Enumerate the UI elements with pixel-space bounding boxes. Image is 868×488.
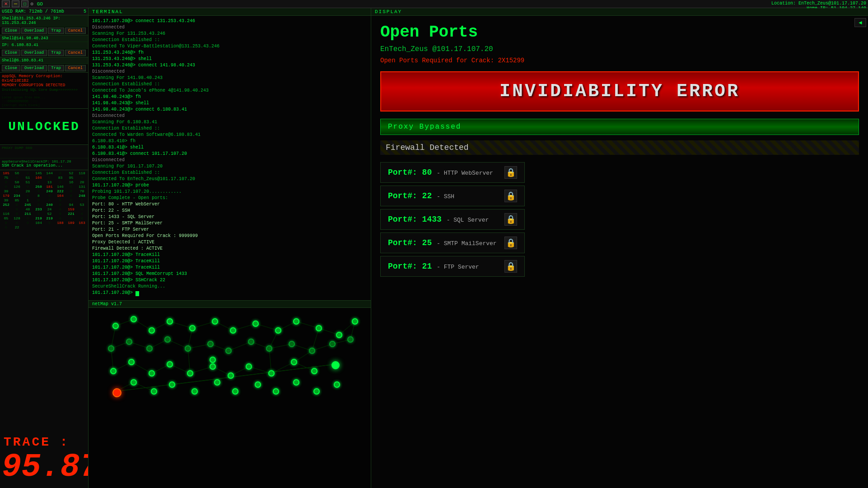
network-node	[329, 341, 336, 347]
settings-icon[interactable]: ⚙	[30, 1, 33, 7]
terminal-prompt-line[interactable]: 101.17.107.20@>	[92, 290, 367, 296]
trap-btn-3[interactable]: Trap	[48, 65, 64, 71]
network-node	[230, 327, 236, 334]
port-row[interactable]: Port#: 21 - FTP Server 🔒	[380, 256, 525, 277]
overload-btn-3[interactable]: Overload	[21, 65, 47, 71]
matrix-cell: 164	[55, 194, 65, 198]
network-node	[110, 368, 117, 374]
cancel-btn-3[interactable]: Cancel	[65, 65, 86, 71]
matrix-cell: 0	[33, 198, 44, 202]
proxy-dump: PROXY DUMP 600	[0, 145, 88, 158]
matrix-cell: 166	[33, 176, 44, 180]
matrix-cell: 8	[33, 194, 44, 198]
port-row[interactable]: Port#: 25 - SMTP MailServer 🔒	[380, 232, 525, 253]
overload-btn-2[interactable]: Overload	[21, 50, 47, 56]
memory-section: appSQL Memory Corruption: 0x1AE18E1B2 ME…	[0, 73, 88, 109]
matrix-cell: 39	[1, 189, 11, 193]
matrix-cell: 16	[66, 180, 76, 184]
matrix-cell: 28	[23, 189, 33, 193]
cancel-btn-1[interactable]: Cancel	[65, 28, 86, 34]
network-node	[207, 341, 214, 347]
network-node	[252, 321, 259, 327]
close-btn-3[interactable]: Close	[2, 65, 20, 71]
matrix-cell: 0	[23, 216, 33, 220]
port-row[interactable]: Port#: 22 - SSH 🔒	[380, 186, 525, 206]
terminal-line: Port: 1433 - SQL Server	[92, 214, 367, 220]
matrix-cell: 146	[55, 185, 65, 189]
network-node	[167, 318, 173, 325]
shell-buttons-3: Close Overload Trap Cancel	[0, 64, 88, 73]
terminal-line: Port: 22 - SSH	[92, 208, 367, 214]
invidiability-text: INVIDIABILITY ERROR	[390, 81, 849, 102]
terminal-line: Disconnected	[92, 24, 367, 31]
terminal-line: Connection Established ::	[92, 37, 367, 43]
matrix-cell: 0	[44, 194, 55, 198]
entech-user: EnTech_Zeus @101.17.107.20	[380, 45, 859, 53]
display-header: DISPLAY	[371, 8, 868, 16]
matrix-cell: 181	[44, 185, 55, 189]
ssh-crack-section: appSecureShellCrackIP: 101.17.20 SSH Cra…	[0, 158, 88, 170]
matrix-cell: 13	[44, 180, 55, 184]
matrix-cell: 0	[77, 207, 87, 211]
matrix-cell: 53	[77, 203, 87, 207]
network-node	[108, 345, 114, 352]
port-row[interactable]: Port#: 1433 - SQL Server 🔒	[380, 209, 525, 230]
terminal-line: Disconnected	[92, 113, 367, 119]
maximize-btn[interactable]: □	[21, 0, 28, 7]
terminal-line: 131.253.43.246@> fh	[92, 50, 367, 56]
network-node	[347, 336, 354, 343]
terminal-line: 141.98.40.243@> connect 6.180.83.41	[92, 107, 367, 113]
unlocked-section: UNLOCKED	[0, 109, 88, 145]
network-node	[266, 345, 272, 352]
matrix-cell: 188	[55, 221, 65, 225]
display-content: Open Ports EnTech_Zeus @101.17.107.20 Op…	[371, 16, 868, 287]
matrix-cell: 233	[33, 207, 44, 211]
matrix-cell: 50	[12, 180, 22, 184]
terminal-line: 101.17.107.20@> TraceKill	[92, 252, 367, 258]
trace-value: 95.87	[0, 451, 89, 483]
terminal-line: Scanning For 131.253.43.246	[92, 31, 367, 37]
matrix-cell: 0	[55, 212, 65, 216]
terminal-line: Disconnected	[92, 69, 367, 75]
port-row[interactable]: Port#: 80 - HTTP WebServer 🔒	[380, 162, 525, 183]
close-btn-1[interactable]: Close	[2, 28, 20, 34]
matrix-cell: 0	[77, 176, 87, 180]
svg-line-41	[269, 349, 271, 373]
matrix-cell: 131	[77, 185, 87, 189]
matrix-cell: 0	[55, 207, 65, 211]
matrix-cell: 0	[55, 171, 65, 175]
matrix-cell: 65	[1, 216, 11, 220]
close-window-btn[interactable]: ✕	[2, 0, 10, 7]
matrix-cell: 0	[77, 212, 87, 216]
trap-btn-2[interactable]: Trap	[48, 50, 64, 56]
network-node	[352, 318, 358, 325]
matrix-cell: 145	[33, 171, 44, 175]
matrix-cell: 126	[12, 185, 22, 189]
terminal-content[interactable]: > connect 51.104.27.140DisconnectedScann…	[89, 16, 371, 298]
close-btn-2[interactable]: Close	[2, 50, 20, 56]
proxy-bypassed-banner: Proxy Bypassed	[380, 119, 859, 135]
svg-line-32	[271, 362, 294, 373]
matrix-cell: 221	[66, 212, 76, 216]
svg-line-46	[116, 364, 335, 391]
cancel-btn-2[interactable]: Cancel	[65, 50, 86, 56]
matrix-cell: 0	[1, 225, 11, 229]
terminal-line: Proxy Detected : ACTIVE	[92, 239, 367, 246]
terminal-line: 6.180.83.41@> shell	[92, 144, 367, 151]
matrix-cell: 22	[12, 225, 22, 229]
shell-row-3: Shell@6.180.83.41	[0, 57, 88, 64]
matrix-cell: 250	[33, 185, 44, 189]
terminal-line: Connection Established ::	[92, 170, 367, 176]
network-node	[185, 345, 191, 352]
matrix-cell: 0	[77, 216, 87, 220]
matrix-cell: 0	[44, 176, 55, 180]
overload-btn-1[interactable]: Overload	[21, 28, 47, 34]
collapse-btn[interactable]: ◄	[854, 18, 866, 27]
matrix-cell: 0	[55, 198, 65, 202]
matrix-cell: 0	[1, 185, 11, 189]
matrix-cell: 0	[33, 212, 44, 216]
matrix-cell: 0	[1, 180, 11, 184]
trap-btn-1[interactable]: Trap	[48, 28, 64, 34]
minimize-btn[interactable]: ─	[12, 0, 19, 7]
ram-label: USED RAM: 712mb / 761mb	[2, 9, 64, 14]
